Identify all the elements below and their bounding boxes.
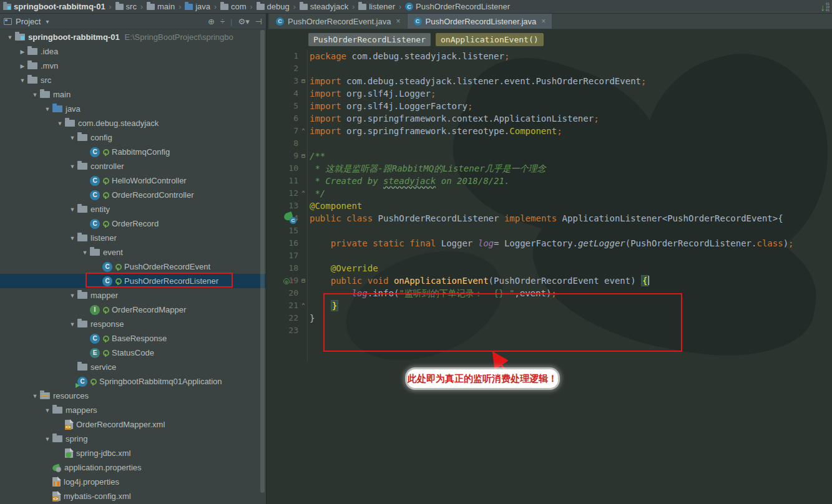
breadcrumb-item-steadyjack[interactable]: steadyjack [298, 2, 350, 11]
chevron-expanded-icon[interactable]: ▼ [80, 250, 90, 256]
chevron-down-icon[interactable]: ▾ [46, 18, 49, 25]
tree-item-mybatis-config-xml[interactable]: mybatis-config.xml [0, 489, 266, 503]
chevron-expanded-icon[interactable]: ▼ [17, 77, 27, 84]
code-line[interactable]: 9⊟/** [268, 150, 832, 162]
breadcrumb-chip[interactable]: onApplicationEvent() [436, 33, 544, 46]
fold-open-icon[interactable]: ⊟ [300, 75, 307, 87]
tree-item-spring[interactable]: ▼spring [0, 432, 266, 446]
spring-bean-gutter-icon[interactable]: C [284, 213, 296, 224]
code-line[interactable]: 16 private static final Logger log= Logg… [268, 237, 832, 250]
fold-open-icon[interactable]: ⊟ [300, 150, 307, 162]
code-line[interactable]: 12⌃ */ [268, 187, 832, 200]
chevron-expanded-icon[interactable]: ▼ [67, 163, 77, 170]
tree-item-resources[interactable]: ▼resources [0, 389, 266, 403]
code-line[interactable]: 3⊟import com.debug.steadyjack.listener.e… [268, 75, 832, 87]
intention-bulb-icon[interactable] [311, 276, 319, 286]
tree-item-helloworldcontroller[interactable]: CHelloWorldController [0, 173, 266, 188]
breadcrumb-item-main[interactable]: main [145, 2, 176, 11]
tree-item-event[interactable]: ▼event [0, 245, 266, 259]
tree-item-statuscode[interactable]: EStatusCode [0, 346, 266, 360]
chevron-collapsed-icon[interactable]: ▶ [17, 49, 27, 55]
breadcrumb-item-java[interactable]: java [184, 2, 212, 11]
code-line[interactable]: 10 * 这就是监听器-跟RabbitMQ的Listener几乎是一个理念 [268, 162, 832, 175]
tree-item-listener[interactable]: ▼listener [0, 231, 266, 245]
tree-item-springbootrabbitmq01application[interactable]: CSpringbootRabbitmq01Application [0, 374, 266, 389]
chevron-expanded-icon[interactable]: ▼ [67, 321, 77, 327]
chevron-expanded-icon[interactable]: ▼ [42, 436, 52, 442]
tree-item-service[interactable]: service [0, 360, 266, 374]
code-line[interactable]: 6import org.springframework.context.Appl… [268, 112, 832, 125]
tree-item-entity[interactable]: ▼entity [0, 202, 266, 216]
tree-item-application-properties[interactable]: application.properties [0, 460, 266, 475]
code-area[interactable]: 1package com.debug.steadyjack.listener;2… [268, 50, 832, 504]
breadcrumb-chip[interactable]: PushOrderRecordListener [308, 33, 431, 46]
code-line[interactable]: 4import org.slf4j.Logger; [268, 87, 832, 100]
tree-item-orderrecord[interactable]: COrderRecord [0, 216, 266, 231]
tree-item-java[interactable]: ▼java [0, 102, 266, 116]
tree-item-pushorderrecordlistener[interactable]: CPushOrderRecordListener [0, 274, 266, 288]
tree-item-pushorderrecordevent[interactable]: CPushOrderRecordEvent [0, 259, 266, 274]
tree-item-baseresponse[interactable]: CBaseResponse [0, 331, 266, 346]
tree-item-springboot-rabbitmq-01[interactable]: ▼springboot-rabbitmq-01E:\SpringBootProj… [0, 30, 266, 44]
breadcrumb-item-com[interactable]: com [219, 2, 248, 11]
gear-icon[interactable]: ⚙▾ [238, 17, 249, 26]
chevron-expanded-icon[interactable]: ▼ [5, 34, 15, 41]
chevron-expanded-icon[interactable]: ▼ [42, 106, 52, 112]
chevron-expanded-icon[interactable]: ▼ [67, 235, 77, 241]
overrides-method-gutter-icon[interactable]: o↑ [283, 276, 297, 286]
code-line[interactable]: 15 [268, 225, 832, 237]
code-line[interactable]: 11 * Created by steadyjack on 2018/8/21. [268, 175, 832, 187]
breadcrumb-item-debug[interactable]: debug [255, 2, 291, 11]
tree-item-main[interactable]: ▼main [0, 87, 266, 102]
breadcrumb-item-springboot-rabbitmq-01[interactable]: springboot-rabbitmq-01 [2, 2, 107, 11]
tree-item-log4j-properties[interactable]: log4j.properties [0, 475, 266, 489]
fold-open-icon[interactable]: ⊟ [300, 274, 307, 287]
close-icon[interactable]: × [541, 17, 546, 26]
code-line[interactable]: 7⌃import org.springframework.stereotype.… [268, 125, 832, 137]
tree-scrollbar[interactable] [260, 30, 265, 493]
fold-end-icon[interactable]: ⌃ [300, 125, 307, 137]
code-line[interactable]: 13@Component [268, 200, 832, 212]
chevron-expanded-icon[interactable]: ▼ [67, 206, 77, 213]
breadcrumb-item-listener[interactable]: listener [357, 2, 396, 11]
tab-pushorderrecordevent.java[interactable]: CPushOrderRecordEvent.java× [270, 14, 407, 29]
close-icon[interactable]: × [396, 17, 400, 26]
breadcrumb-item-pushorderrecordlistener[interactable]: CPushOrderRecordListener [404, 2, 511, 11]
tree-item--mvn[interactable]: ▶.mvn [0, 59, 266, 73]
code-line[interactable]: 19⊟ public void onApplicationEvent(PushO… [268, 274, 832, 287]
tree-item-rabbitmqconfig[interactable]: CRabbitmqConfig [0, 145, 266, 159]
hide-panel-icon[interactable]: ⊣ [255, 17, 262, 26]
chevron-expanded-icon[interactable]: ▼ [67, 293, 77, 299]
code-line[interactable]: 2 [268, 62, 832, 75]
chevron-expanded-icon[interactable]: ▼ [30, 393, 40, 399]
code-line[interactable]: 1package com.debug.steadyjack.listener; [268, 50, 832, 62]
tree-item-com-debug-steadyjack[interactable]: ▼com.debug.steadyjack [0, 116, 266, 130]
code-line[interactable]: 5import org.slf4j.LoggerFactory; [268, 100, 832, 112]
tree-item-config[interactable]: ▼config [0, 130, 266, 145]
tab-pushorderrecordlistener.java[interactable]: CPushOrderRecordListener.java× [408, 14, 552, 29]
fold-end-icon[interactable]: ⌃ [300, 299, 307, 312]
code-line[interactable]: 18 @Override [268, 262, 832, 274]
tree-item-src[interactable]: ▼src [0, 73, 266, 87]
tree-item-mapper[interactable]: ▼mapper [0, 288, 266, 303]
breadcrumb-item-src[interactable]: src [114, 2, 138, 11]
code-line[interactable]: 8 [268, 137, 832, 150]
locate-icon[interactable]: ⊕ [208, 17, 215, 26]
code-line[interactable]: 14public class PushOrderRecordListener i… [268, 212, 832, 225]
tree-item-mappers[interactable]: ▼mappers [0, 403, 266, 417]
chevron-expanded-icon[interactable]: ▼ [67, 135, 77, 141]
tree-item-response[interactable]: ▼response [0, 317, 266, 331]
code-line[interactable]: 17 [268, 250, 832, 262]
tree-item-spring-jdbc-xml[interactable]: spring-jdbc.xml [0, 446, 266, 460]
tree-item-orderrecordcontroller[interactable]: COrderRecordController [0, 188, 266, 202]
fold-end-icon[interactable]: ⌃ [300, 187, 307, 200]
tree-item-controller[interactable]: ▼controller [0, 159, 266, 173]
chevron-expanded-icon[interactable]: ▼ [30, 92, 40, 98]
collapse-all-icon[interactable]: ÷ [220, 17, 225, 26]
tree-item--idea[interactable]: ▶.idea [0, 44, 266, 59]
tree-item-orderrecordmapper[interactable]: IOrderRecordMapper [0, 303, 266, 317]
tree-item-orderrecordmapper-xml[interactable]: OrderRecordMapper.xml [0, 417, 266, 432]
chevron-expanded-icon[interactable]: ▼ [55, 120, 65, 127]
vcs-update-icon[interactable]: ↓011001 [820, 1, 830, 13]
chevron-expanded-icon[interactable]: ▼ [42, 407, 52, 414]
